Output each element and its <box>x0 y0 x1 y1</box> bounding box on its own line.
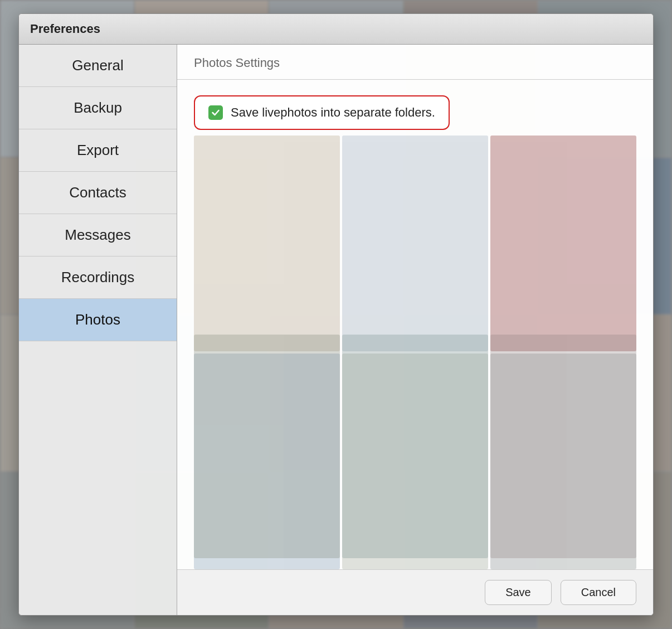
checkbox-icon <box>208 105 223 120</box>
photo-cell2-1 <box>194 335 340 558</box>
sidebar-item-contacts[interactable]: Contacts <box>19 172 177 214</box>
sidebar-item-recordings[interactable]: Recordings <box>19 257 177 299</box>
preferences-dialog: Preferences General Backup Export Contac… <box>18 13 654 616</box>
checkbox-label: Save livephotos into separate folders. <box>231 105 435 120</box>
title-bar: Preferences <box>19 14 653 45</box>
content-body: Save livephotos into separate folders. <box>177 80 653 569</box>
sidebar-item-general[interactable]: General <box>19 45 177 87</box>
photo-cell-1 <box>194 136 340 351</box>
dialog-title: Preferences <box>30 22 642 36</box>
dialog-body: General Backup Export Contacts Messages … <box>19 45 653 615</box>
sidebar: General Backup Export Contacts Messages … <box>19 45 177 615</box>
sidebar-item-photos[interactable]: Photos <box>19 299 177 341</box>
dialog-footer: Save Cancel <box>177 569 653 615</box>
save-button[interactable]: Save <box>485 580 552 605</box>
section-title: Photos Settings <box>194 56 636 70</box>
photo-cell-5 <box>342 354 488 569</box>
content-panel: Photos Settings Save livephotos into sep… <box>177 45 653 615</box>
photo-cell2-3 <box>490 335 636 558</box>
photo-cell2-2 <box>342 335 488 558</box>
livephotos-checkbox-row[interactable]: Save livephotos into separate folders. <box>194 95 450 130</box>
photo-cell-3 <box>490 136 636 351</box>
sidebar-item-backup[interactable]: Backup <box>19 87 177 129</box>
content-header: Photos Settings <box>177 45 653 80</box>
photo-cell-2 <box>342 136 488 351</box>
photo-cell-6 <box>490 354 636 569</box>
photo-grid-background-2 <box>177 335 653 569</box>
photo-cell-4 <box>194 354 340 569</box>
sidebar-item-messages[interactable]: Messages <box>19 214 177 257</box>
sidebar-item-export[interactable]: Export <box>19 129 177 172</box>
photo-grid-background <box>177 136 653 569</box>
cancel-button[interactable]: Cancel <box>561 580 636 605</box>
